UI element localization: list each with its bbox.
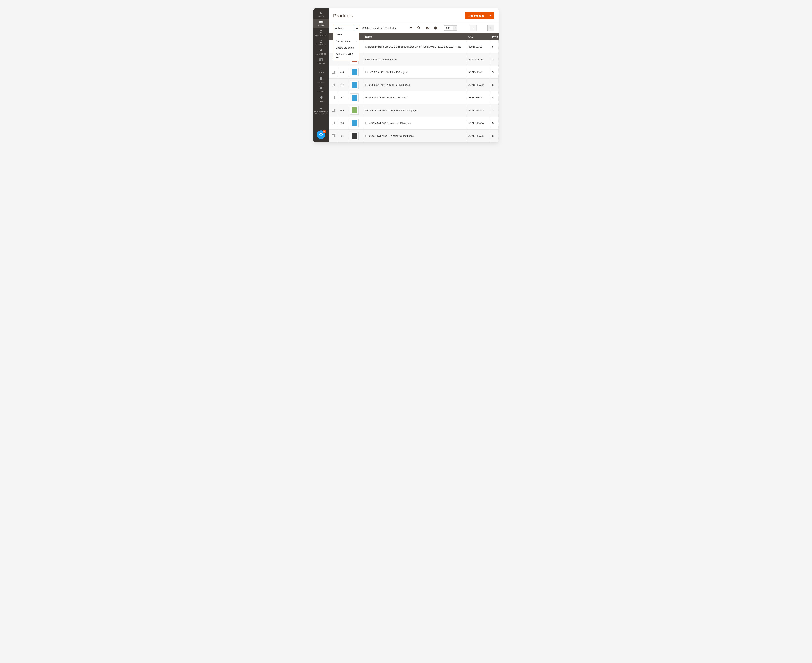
svg-rect-15 — [320, 88, 322, 89]
row-checkbox[interactable] — [332, 96, 335, 99]
actions-dropdown-button[interactable]: Actions — [333, 25, 360, 31]
product-thumbnail[interactable] — [350, 119, 358, 128]
actions-label: Actions — [333, 25, 345, 31]
product-thumbnail[interactable] — [350, 106, 358, 115]
row-name: Canon PG-210 LAM Black Ink — [363, 53, 467, 66]
visibility-icon[interactable] — [425, 27, 429, 29]
svg-rect-12 — [321, 68, 321, 70]
prev-page-button[interactable]: ‹ — [470, 25, 477, 31]
puzzle-icon — [319, 107, 323, 110]
sidebar-item-label: CHAT SYSTEM — [314, 34, 327, 36]
row-sku: B004TS1J18 — [467, 40, 491, 53]
sidebar-item-label: FIND PARTNERS & EXTENSIONS — [313, 111, 329, 115]
settings-gear-icon[interactable] — [434, 26, 437, 30]
row-name: HPc CC643WL #60 Tri-color Ink 165 pages — [363, 117, 467, 129]
grid-header-price[interactable]: Price — [491, 33, 499, 40]
actions-menu-add-to-chatgpt-bot[interactable]: Add to ChatGPT Bot — [333, 51, 359, 61]
filters-icon[interactable] — [409, 26, 412, 29]
svg-rect-11 — [320, 69, 320, 70]
layout-icon — [319, 58, 323, 61]
row-checkbox-cell — [329, 79, 338, 91]
table-row[interactable]: 246HPc C9351AL #21 Black Ink 190 pagesAS… — [329, 66, 499, 79]
add-product-dropdown[interactable] — [487, 12, 494, 19]
actions-menu-update-attributes[interactable]: Update attributes — [333, 45, 359, 51]
table-row[interactable]: 249HPc CC641WL #60XL Large Black Ink 600… — [329, 104, 499, 117]
table-row[interactable]: 247HPc C9352AL #22 Tri-color Ink 165 pag… — [329, 79, 499, 91]
row-checkbox-cell — [329, 91, 338, 104]
table-row[interactable]: 250HPc CC643WL #60 Tri-color Ink 165 pag… — [329, 117, 499, 129]
svg-point-5 — [321, 40, 322, 41]
records-found-text: 36037 records found (3 selected) — [363, 27, 397, 29]
product-thumbnail[interactable] — [350, 68, 358, 76]
row-checkbox-cell — [329, 129, 338, 142]
row-sku: AS215HEW81 — [467, 66, 491, 79]
sidebar-item-label: CATALOG — [316, 24, 326, 26]
product-thumbnail[interactable] — [350, 94, 358, 102]
sidebar-item-chat-system[interactable]: CHAT SYSTEM — [313, 28, 329, 37]
academy-badge[interactable]: 56 — [317, 131, 325, 139]
storefront-icon — [319, 86, 323, 90]
add-product-button[interactable]: Add Product — [465, 12, 494, 19]
sidebar-item-content[interactable]: CONTENT — [313, 56, 329, 66]
svg-marker-20 — [410, 27, 412, 29]
row-thumbnail-cell — [348, 104, 363, 117]
sidebar-item-label: SYSTEM — [317, 100, 325, 102]
sidebar-item-marketing[interactable]: MARKETING — [313, 47, 329, 56]
actions-dropdown-toggle[interactable] — [354, 25, 359, 31]
sidebar-item-catalog[interactable]: CATALOG — [313, 18, 329, 28]
sidebar-item-sales[interactable]: $ SALES — [313, 9, 329, 18]
search-icon[interactable] — [417, 26, 421, 30]
row-id: 250 — [338, 117, 348, 129]
row-price: $ — [491, 40, 499, 53]
per-page-dropdown-toggle[interactable] — [452, 26, 457, 31]
grid-header-sku[interactable]: SKU — [467, 33, 491, 40]
menu-item-label: Change status — [335, 40, 351, 43]
row-id: 251 — [338, 129, 348, 142]
row-checkbox-cell — [329, 117, 338, 129]
row-name: HPc C9351AL #21 Black Ink 190 pages — [363, 66, 467, 79]
actions-menu-change-status[interactable]: Change status — [333, 38, 359, 45]
svg-rect-14 — [320, 78, 323, 80]
row-price: $ — [491, 79, 499, 91]
svg-point-21 — [418, 27, 420, 29]
table-row[interactable]: 248HPc CC640WL #60 Black Ink 200 pagesAS… — [329, 91, 499, 104]
hexagon-icon — [319, 30, 323, 34]
sidebar-item-amasty[interactable]: AMASTY — [313, 75, 329, 84]
next-page-button[interactable]: › — [488, 25, 494, 31]
menu-item-label: Update attributes — [335, 46, 354, 49]
sidebar-item-reports[interactable]: REPORTS — [313, 66, 329, 75]
svg-text:$: $ — [320, 11, 322, 15]
actions-dropdown-menu: Delete Change status Update attributes A… — [333, 31, 360, 61]
row-price: $ — [491, 129, 499, 142]
product-thumbnail[interactable] — [350, 81, 358, 89]
sidebar-item-stores[interactable]: STORES — [313, 84, 329, 94]
bar-chart-icon — [319, 67, 323, 71]
actions-menu-delete[interactable]: Delete — [333, 31, 359, 38]
sidebar-item-customers[interactable]: CUSTOMERS — [313, 37, 329, 47]
row-checkbox[interactable] — [332, 121, 335, 125]
chevron-right-icon: › — [490, 26, 491, 29]
main: Products Add Product Actions Delete Chan… — [329, 8, 499, 142]
sidebar-item-label: REPORTS — [316, 72, 326, 74]
row-checkbox[interactable] — [332, 71, 335, 74]
sidebar-item-system[interactable]: SYSTEM — [313, 94, 329, 103]
row-checkbox[interactable] — [332, 84, 335, 86]
row-price: $ — [491, 104, 499, 117]
row-price: $ — [491, 117, 499, 129]
grid-header-name[interactable]: Name — [363, 33, 467, 40]
page-title: Products — [333, 13, 353, 19]
sidebar-item-find-partners[interactable]: FIND PARTNERS & EXTENSIONS — [313, 105, 329, 116]
box-icon — [319, 20, 323, 24]
row-checkbox[interactable] — [332, 109, 335, 112]
sidebar-item-label: SALES — [318, 15, 324, 17]
product-thumbnail[interactable] — [350, 132, 358, 140]
row-thumbnail-cell — [348, 66, 363, 79]
svg-rect-7 — [322, 50, 322, 51]
table-row[interactable]: 251HPc CC644WL #60XL Tri-color Ink 440 p… — [329, 129, 499, 142]
row-checkbox-cell — [329, 66, 338, 79]
per-page-select[interactable]: 200 — [444, 26, 457, 31]
row-checkbox[interactable] — [332, 134, 335, 137]
toolbar: Actions Delete Change status Update attr… — [329, 23, 499, 33]
row-name: HPc CC641WL #60XL Large Black Ink 600 pa… — [363, 104, 467, 117]
sidebar-item-label: MARKETING — [315, 53, 327, 55]
